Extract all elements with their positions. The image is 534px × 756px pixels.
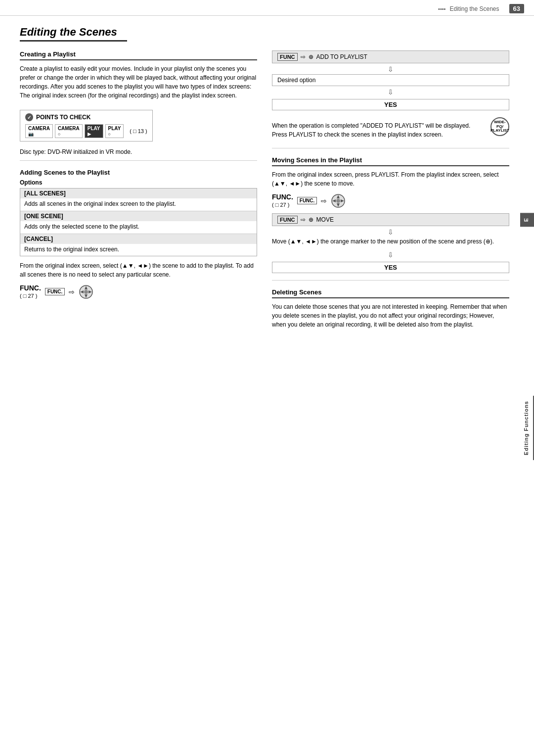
dpad-icon-left: [79, 284, 93, 299]
two-col-layout: Creating a Playlist Create a playlist to…: [20, 50, 514, 334]
main-content: Editing the Scenes Creating a Playlist C…: [0, 16, 534, 354]
left-column: Creating a Playlist Create a playlist to…: [20, 50, 257, 334]
add-icon: ⊕: [309, 53, 313, 60]
mode-cell-camera1: CAMERA📷: [25, 124, 53, 138]
func-label-right: FUNC.: [272, 193, 293, 201]
add-to-playlist-box: FUNC ⇨ ⊕ ADD TO PLAYLIST: [272, 50, 509, 63]
desired-option-text: Desired option: [277, 77, 315, 84]
option-all-name: [ALL SCENES]: [20, 189, 257, 198]
func-block-left: FUNC. ( □ 27 ) FUNC. ⇨: [20, 284, 257, 299]
func-label-left: FUNC.: [20, 284, 41, 292]
options-heading: Options: [20, 179, 257, 186]
header-title: Editing the Scenes: [449, 5, 499, 12]
editing-functions-label: Editing Functions: [520, 396, 534, 460]
move-flow-arrow: ⇩: [272, 228, 509, 236]
page-ref: ( □ 13 ): [130, 128, 147, 134]
option-one-name: [ONE SCENE]: [20, 211, 257, 221]
func-move-func-label: FUNC: [277, 216, 298, 224]
moving-scenes-section: Moving Scenes in the Playlist From the o…: [272, 156, 509, 275]
moving-scenes-heading: Moving Scenes in the Playlist: [272, 156, 509, 166]
deleting-scenes-body: You can delete those scenes that you are…: [272, 302, 509, 329]
move-flow: FUNC ⇨ ⊕ MOVE ⇩ Move (▲▼, ◄►) the orange…: [272, 213, 509, 275]
func-move-box: FUNC ⇨ ⊕ MOVE: [272, 213, 509, 226]
disc-type-content: Disc type: DVD-RW initialized in VR mode…: [20, 148, 132, 155]
func-move-label: MOVE: [316, 216, 334, 223]
option-one-desc: Adds only the selected scene to the play…: [20, 221, 257, 234]
option-cancel-name: [CANCEL]: [20, 234, 257, 244]
right-column: FUNC ⇨ ⊕ ADD TO PLAYLIST ⇩ Desired optio…: [272, 50, 509, 334]
mode-cell-camera2: CAMERA○: [55, 124, 83, 138]
option-row-cancel: [CANCEL] Returns to the original index s…: [20, 234, 257, 256]
header-dots: ••••: [438, 6, 445, 12]
creating-playlist-heading: Creating a Playlist: [20, 50, 257, 60]
flow-arrow-2: ⇩: [272, 88, 509, 96]
func-arrow-left: ⇨: [69, 288, 75, 296]
add-flow-arrow1: ⇨: [301, 53, 306, 60]
page-number: 63: [509, 4, 524, 13]
option-row-all: [ALL SCENES] Adds all scenes in the orig…: [20, 189, 257, 211]
option-row-one: [ONE SCENE] Adds only the selected scene…: [20, 211, 257, 234]
desired-option-box: Desired option: [272, 74, 509, 86]
func-box-right: FUNC: [277, 53, 298, 61]
func-block-right: FUNC. ( □ 27 ) FUNC. ⇨: [272, 193, 509, 208]
add-to-playlist-label: ADD TO PLAYLIST: [316, 53, 367, 60]
points-to-check-box: ✓ POINTS TO CHECK CAMERA📷 CAMERA○ PLAY▶ …: [20, 110, 153, 142]
divider-right-2: [272, 280, 509, 281]
flow-arrow-1: ⇩: [272, 65, 509, 73]
page-title: Editing the Scenes: [20, 26, 127, 42]
move-flow-arrow-2: ⇩: [272, 251, 509, 259]
points-to-check-label: POINTS TO CHECK: [36, 114, 90, 121]
option-all-desc: Adds all scenes in the original index sc…: [20, 198, 257, 211]
deleting-scenes-section: Deleting Scenes You can delete those sce…: [272, 288, 509, 329]
func-small-box-left: FUNC.: [45, 288, 65, 295]
operation-text: When the operation is completed "ADDED T…: [272, 121, 487, 139]
playlist-button-icon[interactable]: WIDE-PQ/ PLAYLIST: [490, 117, 509, 136]
from-original-text: From the original index screen, select (…: [20, 261, 257, 279]
playlist-btn-label-1: WIDE-PQ/: [491, 120, 508, 129]
func-small-box-right: FUNC.: [297, 197, 317, 204]
yes-box-2[interactable]: YES: [272, 262, 509, 273]
option-cancel-desc: Returns to the original index screen.: [20, 244, 257, 256]
options-table: [ALL SCENES] Adds all scenes in the orig…: [20, 188, 257, 256]
func-move-icon: ⊕: [309, 216, 313, 223]
dpad-icon-right: [331, 193, 346, 208]
divider-right: [272, 148, 509, 148]
top-header: •••• Editing the Scenes 63: [0, 0, 534, 16]
mode-cell-play2: PLAY○: [105, 124, 124, 138]
func-sub-left: ( □ 27 ): [20, 293, 37, 299]
disc-mode-row: CAMERA📷 CAMERA○ PLAY▶ PLAY○ ( □ 13 ): [25, 124, 147, 138]
check-circle-icon: ✓: [25, 113, 33, 121]
yes-box-1[interactable]: YES: [272, 99, 509, 110]
svg-point-5: [84, 290, 88, 294]
svg-point-11: [336, 199, 340, 203]
creating-playlist-body: Create a playlist to easily edit your mo…: [20, 64, 257, 100]
move-text: Move (▲▼, ◄►) the orange marker to the n…: [272, 237, 509, 246]
side-tab-e: E: [520, 213, 534, 227]
func-arrow-right: ⇨: [321, 197, 327, 205]
disc-type-text: Disc type: DVD-RW initialized in VR mode…: [20, 148, 257, 155]
deleting-scenes-heading: Deleting Scenes: [272, 288, 509, 298]
func-move-arrow: ⇨: [301, 216, 306, 223]
adding-scenes-heading: Adding Scenes to the Playlist: [20, 169, 257, 176]
points-to-check-header: ✓ POINTS TO CHECK: [25, 113, 147, 121]
divider: [20, 160, 257, 161]
moving-scenes-body: From the original index screen, press PL…: [272, 170, 509, 188]
func-sub-right: ( □ 27 ): [272, 202, 289, 208]
playlist-btn-label-2: PLAYLIST: [490, 129, 509, 133]
mode-cell-play: PLAY▶: [85, 124, 103, 138]
page-title-block: Editing the Scenes: [20, 26, 514, 42]
